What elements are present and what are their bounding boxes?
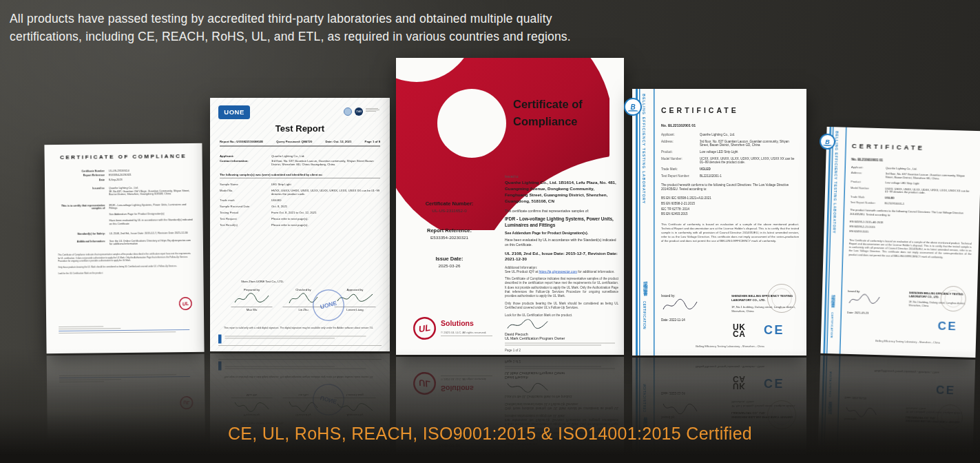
query-password: Query Password: QN6720 [276,140,312,143]
issued-to-label: Issued to: [505,174,618,178]
ul-prospector-link[interactable]: https://iq.ulprospector.com [539,269,577,274]
field-value: Please refer to next page(s). [271,217,380,220]
legal-paragraph: Only those products bearing the UL Mark … [58,264,193,268]
field-value: See the UL Online Certifications Directo… [110,238,194,245]
field-value: Low voltage LED Strip Light [700,150,799,154]
field-label: Applicant: [220,154,271,158]
field-value: Quanhe Lighting Co., Ltd. [886,166,974,172]
certifications-banner: All products have passed testing by accr… [0,0,980,463]
certificate-body: Issued to: Quanhe Lighting Co., Ltd. 1B1… [505,174,618,352]
standard-line: BS EN 62493:2015 [661,212,799,217]
certificate-number: No. BL210910001 01 [851,157,883,162]
field-label: Additional Information: [58,239,110,246]
field-value: E533354-20230321 [109,172,193,176]
ul-solutions-logo: UL Solutions © 2025 UL LLC. All rights r… [413,317,492,340]
page-indicator: Page 1 of 8 [365,140,380,143]
field-label: Certificate Number: [399,200,499,207]
field-value: 3rd floor, No. 637 Guantian Laocun ,Guan… [700,140,799,147]
signature-icon [661,298,699,313]
certificate-title: CERTIFICATE OF COMPLIANCE [45,153,202,161]
samples-heading: The following samples(s) was (were) subm… [220,173,380,178]
field-value: From Oct. 8, 2021 to Oct. 12, 2021 [271,211,380,214]
field-value: E533354-20230321 [399,235,499,240]
field-label: Issue Date: [399,256,499,262]
side-cn-text: 認證書 [830,295,836,307]
side-certification-text: CERTIFICATION [830,312,834,338]
footer-accent-icon [218,335,222,344]
legal-paragraph: This Certificate of Compliance indicates… [58,252,193,263]
field-value: UGLED [700,167,799,171]
ul-solutions-wordmark: Solutions [441,319,492,327]
field-label: Address: [661,140,700,147]
certificate-belling-1: BELLING EFFICIENCY TESTING LABORATORY 認證… [632,89,806,356]
signer-role: Approved by [333,288,377,291]
field-value: BL221102001-1 [700,174,799,178]
field-value: Quanhe Lighting Co., Ltd. [700,133,799,136]
field-label: Report Reference: [399,227,499,234]
report-date: Date: Oct. 12, 2021 [326,140,352,143]
side-banner: BELLING EFFICIENCY TESTING LABORATORY 認證… [823,127,848,354]
field-label: Test Result(s) [220,223,271,227]
signature-icon [233,292,271,306]
field-label: Sample Received Date [220,205,271,208]
banner-heading: All products have passed testing by accr… [10,10,571,46]
field-label: Testing Period [220,211,271,214]
directives-paragraph: The product herewith conforms to the fol… [850,208,972,220]
evaluated-note: Have been evaluated by UL in accordance … [505,238,618,247]
field-label: Trade Mark: [661,167,700,171]
field-label: This is to certify that representative s… [57,203,109,225]
confirms-line: This certificate confirms that represent… [505,209,618,213]
conformity-paragraph: This Certificate of conformity is based … [848,238,972,260]
certificate-footer: Belling Efficiency Testing Laboratory - … [661,344,799,348]
field-value: Please refer to next page(s). [271,223,380,227]
cnas-icon: CNAS [355,107,363,116]
field-value: BL210910001-1 [885,202,973,207]
ce-mark-icon: CE [764,322,784,337]
field-value: Low voltage LED Strip Light [885,181,973,187]
side-banner: BELLING EFFICIENCY TESTING LABORATORY 認證… [636,89,657,356]
field-value: Oct. 8, 2021 [271,205,380,208]
field-label: Model Number: [661,157,700,164]
additional-info-pre: See UL Product iQ® at [505,269,539,274]
fine-print-block [59,325,127,335]
issued-to-address: 3F, No.637, Guantian Old Village, Guanti… [109,189,193,196]
issue-date: Date: 2021-09-23 [847,311,881,315]
field-value: UGLED [271,198,380,202]
side-certification-text: CERTIFICATION [643,301,646,329]
standard-line: BS EN IEC 60598-1:2021+A11:2021 [661,196,799,201]
field-label: Product: [661,150,700,154]
certificate-fields: Applicant:Quanhe Lighting Co., Ltd. Addr… [661,133,799,243]
field-value: UGXX, UHXX, UNXX, ULXX, UDXX, URXX, LXXX… [885,187,973,196]
field-value: LED Strip Light [271,183,380,186]
banner-heading-line2: certifications, including CE, REACH, RoH… [10,28,571,45]
uone-logo: UONE [218,105,250,119]
field-value: HVXX, UGXX, UHXX, UNXX, ULXX, UDXX, URXX… [271,189,380,196]
conformity-paragraph: This Certificate of conformity is based … [661,223,799,243]
certificate-footer: Belling Efficiency Testing Laboratory - … [846,338,969,344]
copyright-line: © 2025 UL LLC. All rights reserved. [441,331,492,334]
signer-name: Max Wu [229,308,274,311]
field-value: UCXX, UHXX, UNXX, ULXX, UDXX, URXX, LXXX… [700,157,799,164]
fine-print-line [59,326,103,327]
fine-print-line [59,331,176,333]
legal-paragraph: Look for the UL Certification Mark on th… [505,313,618,317]
signature-icon [505,320,550,331]
field-value: Quanhe Lighting Co., Ltd. [271,154,380,158]
side-lab-name: BELLING EFFICIENCY TESTING LABORATORY [642,94,646,204]
validity-note: This report is valid only with a valid d… [224,327,376,329]
lab-company-name: Shen Zhen UONE Test Co., LTD. [241,280,284,283]
field-value: UL-US-2311652-0 [399,209,499,214]
certificate-meta-column: Certificate Number: UL-US-2311652-0 Repo… [399,192,499,269]
legal-paragraph: Look for the UL Certification Mark on th… [58,270,193,274]
certificate-title: CERTIFICATE [661,106,739,114]
certificate-ul-compliance-small: CERTIFICATE OF COMPLIANCE Certificate Nu… [44,143,204,353]
ilac-mra-icon [344,107,352,116]
field-label: Test Request [220,217,271,220]
side-cn-text: 認證書 [642,282,649,296]
field-value: 2025-03-26 [399,264,499,269]
signer-role: Checked by [281,288,326,291]
evaluated-note: Have been evaluated by UL in accordance … [110,218,194,225]
product-description: IFDR - Low-voltage Lighting Systems, Pow… [505,216,618,229]
report-title: Test Report [210,123,390,134]
certificate-fields: Applicant:Quanhe Lighting Co., Ltd. Addr… [848,165,974,260]
